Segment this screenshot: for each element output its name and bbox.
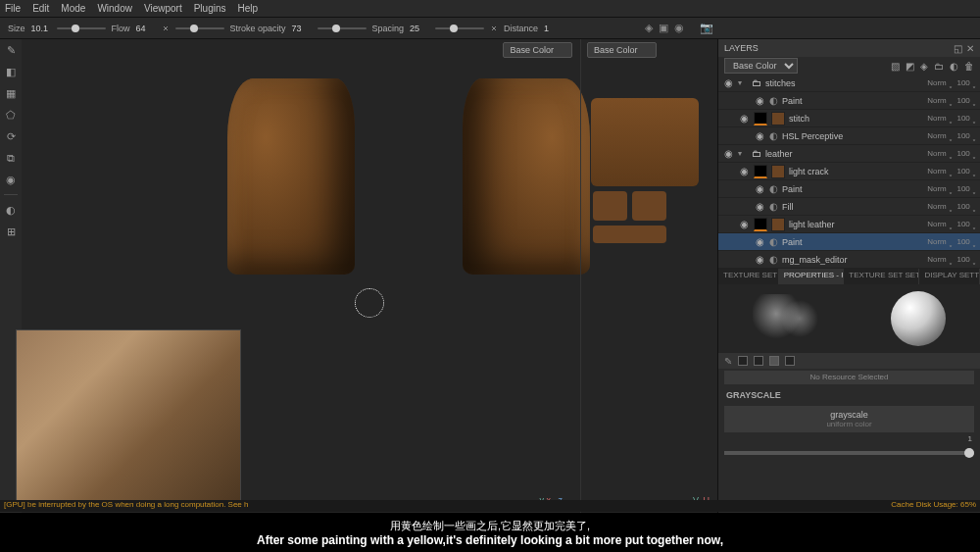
layer-thumb[interactable] xyxy=(771,218,785,231)
quick-mask-tool[interactable]: ◐ xyxy=(4,203,18,217)
3d-channel-dropdown[interactable]: Base Color xyxy=(503,42,572,58)
layer-blend[interactable]: Norm ˬ 100 ˬ xyxy=(927,220,976,228)
folder-chevron-icon[interactable]: ▾ xyxy=(738,149,748,158)
layer-name[interactable]: stitch xyxy=(789,114,923,124)
distance-value[interactable]: 1 xyxy=(544,24,564,33)
add-mask-icon[interactable]: ◐ xyxy=(950,61,958,72)
render-icon[interactable]: ◉ xyxy=(674,22,684,34)
size-value[interactable]: 10.1 xyxy=(31,24,51,33)
projection-tool[interactable]: ▦ xyxy=(4,86,18,100)
brush-tool[interactable]: ✎ xyxy=(4,43,18,57)
layer-blend[interactable]: Norm ˬ 100 ˬ xyxy=(927,149,976,158)
flow-value[interactable]: 64 xyxy=(136,24,156,33)
channel-toggle-1[interactable] xyxy=(738,356,748,366)
layer-name[interactable]: Fill xyxy=(782,202,923,212)
layer-name[interactable]: mg_mask_editor xyxy=(782,255,923,265)
layer-row[interactable]: ◉◐PaintNorm ˬ 100 ˬ xyxy=(718,92,980,110)
property-tab[interactable]: PROPERTIES - PAI… xyxy=(779,269,845,284)
visibility-icon[interactable]: ◉ xyxy=(754,236,765,247)
add-folder-icon[interactable]: 🗀 xyxy=(934,61,944,72)
property-tab[interactable]: DISPLAY SETTIN… xyxy=(919,269,980,284)
flow-slider[interactable] xyxy=(175,27,224,29)
link-icon[interactable] xyxy=(162,25,170,32)
layer-mask-thumb[interactable] xyxy=(754,165,767,178)
visibility-icon[interactable]: ◉ xyxy=(738,166,750,176)
grayscale-slider[interactable] xyxy=(724,451,974,455)
layer-name[interactable]: Paint xyxy=(782,237,923,247)
layer-name[interactable]: leather xyxy=(765,149,923,159)
capture-icon[interactable]: 📷 xyxy=(700,22,713,34)
layer-blend[interactable]: Norm ˬ 100 ˬ xyxy=(927,131,976,140)
undock-icon[interactable]: ◱ xyxy=(954,43,962,54)
perspective-icon[interactable]: ◈ xyxy=(645,22,653,34)
property-tab[interactable]: TEXTURE SET SETTIN… xyxy=(844,269,919,284)
layer-thumb[interactable] xyxy=(771,112,785,125)
grayscale-box[interactable]: grayscale uniform color xyxy=(724,406,974,432)
layer-blend[interactable]: Norm ˬ 100 ˬ xyxy=(927,78,976,87)
2d-channel-dropdown[interactable]: Base Color xyxy=(587,42,657,58)
menu-viewport[interactable]: Viewport xyxy=(144,3,182,14)
layer-row[interactable]: ◉◐FillNorm ˬ 100 ˬ xyxy=(718,198,980,216)
visibility-icon[interactable]: ◉ xyxy=(754,95,765,106)
size-slider[interactable] xyxy=(57,27,106,29)
layer-row[interactable]: ◉light crackNorm ˬ 100 ˬ xyxy=(718,163,980,180)
layer-blend[interactable]: Norm ˬ 100 ˬ xyxy=(927,96,976,105)
layer-blend[interactable]: Norm ˬ 100 ˬ xyxy=(927,184,976,193)
material-tool[interactable]: ◉ xyxy=(4,173,18,186)
layer-row[interactable]: ◉▾🗀leatherNorm ˬ 100 ˬ xyxy=(718,145,980,163)
layer-name[interactable]: Paint xyxy=(782,96,923,106)
delete-layer-icon[interactable]: 🗑 xyxy=(964,61,974,72)
layer-row[interactable]: ◉◐HSL PerceptiveNorm ˬ 100 ˬ xyxy=(718,127,980,145)
visibility-icon[interactable]: ◉ xyxy=(754,254,765,265)
layer-row[interactable]: ◉◐mg_mask_editorNorm ˬ 100 ˬ xyxy=(718,251,980,269)
folder-chevron-icon[interactable]: ▾ xyxy=(738,78,748,87)
camera-icon[interactable]: ▣ xyxy=(659,22,668,34)
channel-toggle-3[interactable] xyxy=(769,356,779,366)
layer-row[interactable]: ◉◐PaintNorm ˬ 100 ˬ xyxy=(718,180,980,198)
layer-blend[interactable]: Norm ˬ 100 ˬ xyxy=(927,114,976,123)
layer-row[interactable]: ◉▾🗀stitchesNorm ˬ 100 ˬ xyxy=(718,75,980,92)
visibility-icon[interactable]: ◉ xyxy=(738,113,750,124)
layer-name[interactable]: Paint xyxy=(782,184,923,194)
menu-window[interactable]: Window xyxy=(97,3,132,14)
layer-blend[interactable]: Norm ˬ 100 ˬ xyxy=(927,255,976,264)
layer-thumb[interactable] xyxy=(771,165,785,178)
spacing-value[interactable]: 25 xyxy=(410,24,429,33)
property-tab[interactable]: TEXTURE SET LI… xyxy=(718,269,779,284)
visibility-icon[interactable]: ◉ xyxy=(722,77,734,88)
add-smart-icon[interactable]: ◈ xyxy=(920,61,928,72)
polygon-fill-tool[interactable]: ⬠ xyxy=(4,108,18,122)
channel-toggle-2[interactable] xyxy=(754,356,763,366)
layer-blend[interactable]: Norm ˬ 100 ˬ xyxy=(927,167,976,176)
close-icon[interactable]: ✕ xyxy=(966,43,974,54)
layer-mask-thumb[interactable] xyxy=(754,112,767,125)
menu-help[interactable]: Help xyxy=(238,3,259,14)
layer-blend[interactable]: Norm ˬ 100 ˬ xyxy=(927,237,976,246)
menu-file[interactable]: File xyxy=(5,3,21,14)
eraser-tool[interactable]: ◧ xyxy=(4,65,18,78)
visibility-icon[interactable]: ◉ xyxy=(738,219,750,229)
add-layer-icon[interactable]: ▧ xyxy=(891,61,900,72)
layer-name[interactable]: HSL Perceptive xyxy=(782,131,923,141)
add-fill-icon[interactable]: ◩ xyxy=(906,61,914,72)
2d-viewport[interactable]: Base Color V U xyxy=(580,39,717,513)
layer-name[interactable]: stitches xyxy=(765,78,923,88)
layer-blend[interactable]: Norm ˬ 100 ˬ xyxy=(927,202,976,211)
clone-tool[interactable]: ⧉ xyxy=(4,151,18,165)
opacity-value[interactable]: 73 xyxy=(292,24,312,33)
reference-image[interactable] xyxy=(16,329,241,512)
layer-row[interactable]: ◉◐PaintNorm ˬ 100 ˬ xyxy=(718,233,980,251)
smudge-tool[interactable]: ⟳ xyxy=(4,129,18,143)
link-icon[interactable] xyxy=(490,25,498,32)
layer-name[interactable]: light leather xyxy=(789,220,923,229)
layer-name[interactable]: light crack xyxy=(789,167,923,176)
visibility-icon[interactable]: ◉ xyxy=(722,148,734,159)
menu-mode[interactable]: Mode xyxy=(61,3,85,14)
layer-row[interactable]: ◉stitchNorm ˬ 100 ˬ xyxy=(718,110,980,127)
layer-mask-thumb[interactable] xyxy=(754,218,767,231)
layer-row[interactable]: ◉light leatherNorm ˬ 100 ˬ xyxy=(718,216,980,233)
channel-toggle-4[interactable] xyxy=(785,356,795,366)
menu-plugins[interactable]: Plugins xyxy=(194,3,226,14)
spacing-slider[interactable] xyxy=(435,27,484,29)
menu-edit[interactable]: Edit xyxy=(32,3,49,14)
